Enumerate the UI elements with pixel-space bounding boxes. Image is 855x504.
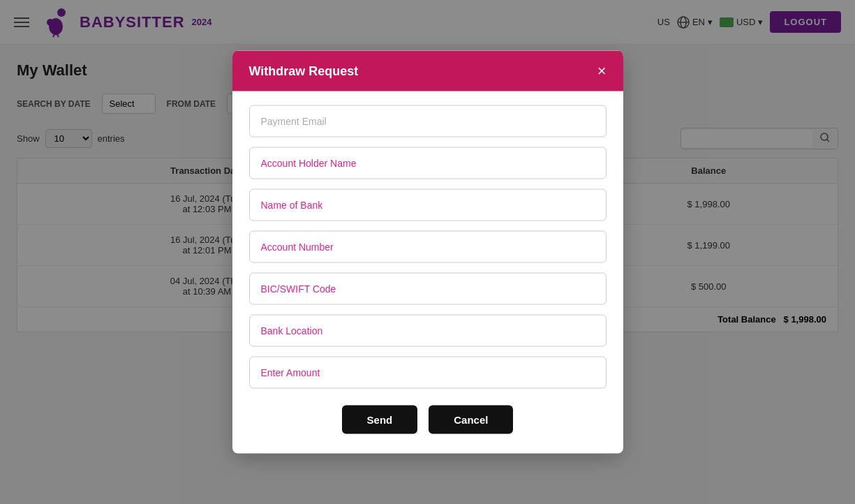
withdraw-modal: Withdraw Request × Send Cancel (232, 51, 623, 454)
enter-amount-input[interactable] (249, 357, 607, 389)
bank-location-input[interactable] (249, 315, 607, 347)
modal-footer: Send Cancel (232, 406, 623, 454)
modal-title: Withdraw Request (249, 64, 359, 78)
send-button[interactable]: Send (342, 406, 418, 434)
payment-email-input[interactable] (249, 105, 607, 138)
modal-close-button[interactable]: × (597, 64, 607, 79)
cancel-button[interactable]: Cancel (429, 406, 513, 434)
modal-header: Withdraw Request × (232, 51, 623, 91)
account-holder-input[interactable] (249, 147, 607, 179)
modal-body (232, 91, 623, 406)
account-number-input[interactable] (249, 231, 607, 263)
bic-swift-input[interactable] (249, 273, 607, 305)
bank-name-input[interactable] (249, 189, 607, 221)
